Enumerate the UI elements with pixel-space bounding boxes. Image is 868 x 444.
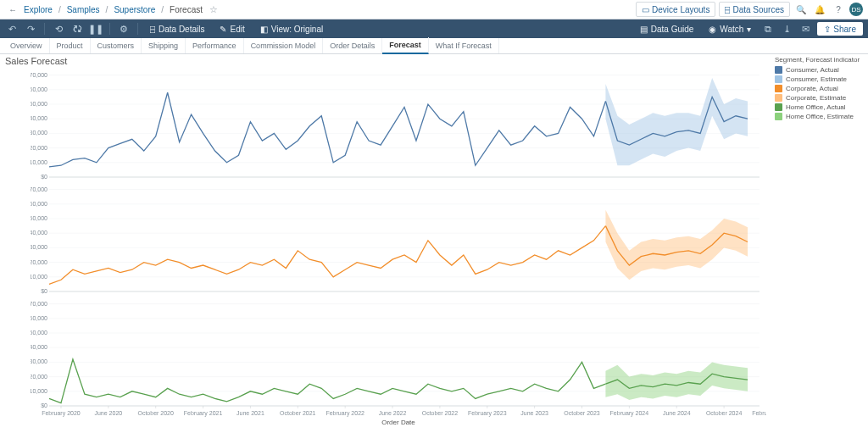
undo-icon[interactable]: ↶ (5, 22, 19, 36)
star-icon[interactable]: ☆ (209, 4, 218, 15)
legend-item[interactable]: Consumer, Actual (775, 65, 865, 75)
svg-text:October 2022: October 2022 (422, 410, 459, 416)
breadcrumb-bar: ← Explore / Samples / Superstore / Forec… (0, 0, 868, 19)
svg-text:$60,000: $60,000 (31, 315, 47, 321)
book-icon: ▤ (640, 25, 648, 34)
svg-text:$0: $0 (41, 402, 47, 408)
watch-button[interactable]: ◉Watch▾ (704, 22, 756, 36)
svg-text:$20,000: $20,000 (31, 259, 47, 265)
svg-text:$40,000: $40,000 (31, 344, 47, 350)
svg-text:$20,000: $20,000 (31, 374, 47, 380)
legend-title: Segment, Forecast indicator (775, 56, 865, 64)
edit-button[interactable]: ✎Edit (214, 22, 249, 36)
share-icon: ⇪ (824, 25, 831, 34)
svg-text:February 2024: February 2024 (610, 410, 649, 417)
svg-text:October 2021: October 2021 (280, 410, 316, 416)
svg-text:$0: $0 (41, 174, 47, 180)
viz-area: Sales Forecast Segment, Forecast indicat… (0, 54, 868, 444)
download-icon[interactable]: ⤓ (780, 22, 793, 36)
svg-text:$10,000: $10,000 (31, 388, 47, 394)
avatar[interactable]: DS (849, 3, 863, 16)
legend: Segment, Forecast indicator Consumer, Ac… (775, 56, 865, 121)
device-icon: ▭ (642, 5, 649, 14)
view-original-button[interactable]: ◧View: Original (255, 22, 329, 36)
svg-text:February 2020: February 2020 (42, 410, 81, 417)
svg-text:$70,000: $70,000 (31, 72, 47, 78)
breadcrumb-samples[interactable]: Samples (67, 5, 100, 14)
svg-text:$20,000: $20,000 (31, 145, 47, 151)
comments-icon[interactable]: ✉ (798, 22, 812, 36)
svg-text:February 2025: February 2025 (752, 410, 766, 417)
data-details-button[interactable]: ⌸Data Details (145, 22, 209, 36)
pause-icon[interactable]: ❚❚ (89, 22, 103, 36)
toolbar: ↶ ↷ ⟲ 🗘 ❚❚ ⚙ ⌸Data Details ✎Edit ◧View: … (0, 19, 868, 38)
legend-item[interactable]: Home Office, Actual (775, 103, 865, 112)
svg-text:$60,000: $60,000 (31, 201, 47, 207)
svg-text:February 2021: February 2021 (184, 410, 223, 417)
gear-icon[interactable]: ⚙ (117, 22, 131, 36)
tab-overview[interactable]: Overview (3, 38, 50, 53)
refresh-icon[interactable]: 🗘 (70, 22, 84, 36)
legend-item[interactable]: Home Office, Estimate (775, 112, 865, 121)
svg-text:$70,000: $70,000 (31, 186, 47, 192)
redo-icon[interactable]: ↷ (24, 22, 37, 36)
revert-icon[interactable]: ⟲ (52, 22, 65, 36)
svg-text:$40,000: $40,000 (31, 115, 47, 121)
data-sources-button[interactable]: ⌸Data Sources (719, 2, 790, 17)
svg-text:June 2022: June 2022 (379, 410, 407, 416)
device-layouts-button[interactable]: ▭Device Layouts (636, 2, 715, 17)
edit-icon: ✎ (220, 25, 226, 34)
view-icon: ◧ (260, 25, 268, 34)
svg-text:$30,000: $30,000 (31, 130, 47, 136)
tab-forecast[interactable]: Forecast (382, 37, 429, 54)
breadcrumb-workbook: Forecast (170, 5, 203, 14)
svg-text:$50,000: $50,000 (31, 101, 47, 107)
svg-text:$50,000: $50,000 (31, 330, 47, 336)
database-icon: ⌸ (725, 5, 730, 14)
breadcrumb-project[interactable]: Superstore (114, 5, 155, 14)
plot-area[interactable]: $0$10,000$20,000$30,000$40,000$50,000$60… (31, 68, 766, 430)
tab-performance[interactable]: Performance (186, 38, 244, 53)
legend-swatch (775, 113, 782, 120)
legend-item[interactable]: Corporate, Estimate (775, 93, 865, 103)
svg-text:June 2021: June 2021 (236, 410, 264, 416)
search-icon[interactable]: 🔍 (793, 2, 809, 17)
notifications-icon[interactable]: 🔔 (812, 2, 827, 17)
svg-text:October 2020: October 2020 (137, 410, 174, 416)
svg-text:$50,000: $50,000 (31, 215, 47, 221)
tab-commission-model[interactable]: Commission Model (244, 38, 324, 53)
data-guide-button[interactable]: ▤Data Guide (635, 22, 699, 36)
breadcrumb-root[interactable]: Explore (24, 5, 53, 14)
legend-item[interactable]: Corporate, Actual (775, 84, 865, 93)
legend-swatch (775, 85, 782, 92)
svg-text:$70,000: $70,000 (31, 301, 47, 307)
eye-icon: ◉ (709, 25, 716, 34)
legend-swatch (775, 75, 782, 83)
data-details-icon: ⌸ (150, 25, 155, 34)
tab-what-if-forecast[interactable]: What If Forecast (429, 38, 499, 53)
tab-order-details[interactable]: Order Details (323, 38, 382, 53)
legend-swatch (775, 66, 782, 74)
legend-swatch (775, 94, 782, 102)
svg-text:$30,000: $30,000 (31, 244, 47, 250)
metrics-icon[interactable]: ⧉ (761, 22, 775, 36)
legend-item[interactable]: Consumer, Estimate (775, 75, 865, 84)
svg-text:$10,000: $10,000 (31, 274, 47, 280)
svg-text:February 2023: February 2023 (468, 410, 507, 417)
svg-text:October 2023: October 2023 (564, 410, 600, 416)
legend-swatch (775, 103, 782, 111)
tab-customers[interactable]: Customers (91, 38, 142, 53)
share-button[interactable]: ⇪Share (817, 22, 863, 36)
back-icon[interactable]: ← (5, 2, 20, 17)
svg-text:June 2023: June 2023 (520, 410, 548, 416)
sheet-tabs: OverviewProductCustomersShippingPerforma… (0, 38, 868, 54)
tab-shipping[interactable]: Shipping (142, 38, 186, 53)
svg-text:$0: $0 (41, 288, 47, 294)
svg-text:$60,000: $60,000 (31, 86, 47, 92)
help-icon[interactable]: ? (831, 2, 846, 17)
svg-text:Order Date: Order Date (381, 419, 415, 426)
viz-title: Sales Forecast (5, 56, 67, 66)
svg-text:$40,000: $40,000 (31, 230, 47, 236)
tab-product[interactable]: Product (50, 38, 91, 53)
svg-text:February 2022: February 2022 (326, 410, 364, 417)
